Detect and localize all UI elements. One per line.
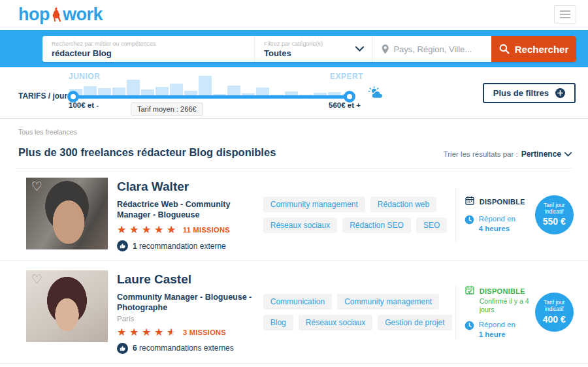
skill-tag[interactable]: Community management bbox=[337, 294, 439, 310]
daily-rate-value: 400 € bbox=[543, 314, 566, 325]
skill-tag[interactable]: SEO bbox=[416, 217, 447, 233]
skill-tag[interactable]: Blog bbox=[263, 315, 293, 330]
logo-text-hop: hop bbox=[18, 5, 50, 25]
recommendation-text: 1 recommandation externe bbox=[133, 242, 226, 251]
freelancer-photo[interactable]: ♡ bbox=[26, 270, 108, 342]
skill-tag[interactable]: Réseaux sociaux bbox=[299, 315, 372, 330]
chevron-down-icon bbox=[564, 152, 572, 157]
star-rating: ★★★★★★★★★★ bbox=[117, 225, 177, 235]
availability-status: DISPONIBLE bbox=[480, 197, 525, 206]
hamburger-menu-icon[interactable] bbox=[554, 5, 576, 24]
category-select[interactable]: Filtrez par catégorie(s) Toutes bbox=[255, 36, 372, 62]
missions-count: 11 MISSIONS bbox=[183, 226, 230, 234]
clock-icon bbox=[465, 321, 474, 340]
star-icon: ★★ bbox=[167, 225, 177, 235]
sort-value: Pertinence bbox=[521, 150, 561, 159]
histogram-bar bbox=[155, 87, 169, 95]
skill-tag[interactable]: Community management bbox=[263, 197, 365, 212]
availability-status: DISPONIBLE bbox=[480, 286, 525, 295]
star-icon: ★★ bbox=[129, 327, 140, 338]
tariff-filter-bar: TARIFS / jour JUNIOR EXPERT 100€ et - 56… bbox=[0, 67, 588, 119]
thumbs-up-icon bbox=[117, 240, 128, 251]
favorite-heart-icon[interactable]: ♡ bbox=[31, 179, 42, 194]
tariff-average-tooltip: Tarif moyen : 266€ bbox=[131, 103, 203, 116]
histogram-bar bbox=[256, 88, 269, 95]
location-field[interactable] bbox=[372, 36, 491, 62]
tariff-histogram bbox=[69, 75, 357, 95]
skill-tags: Community managementRédaction webRéseaux… bbox=[263, 197, 455, 233]
star-icon: ★★ bbox=[142, 225, 152, 235]
calendar-icon bbox=[465, 195, 475, 208]
page-title: Plus de 300 freelances rédacteur Blog di… bbox=[18, 146, 276, 159]
tariff-min-label: 100€ et - bbox=[69, 101, 99, 109]
search-button-label: Rechercher bbox=[515, 44, 569, 55]
more-filters-label: Plus de filtres bbox=[493, 88, 549, 98]
chevron-down-icon bbox=[355, 46, 364, 52]
tariff-max-label: 560€ et + bbox=[329, 101, 361, 109]
daily-rate-badge[interactable]: Tarif jour indicatif 550 € bbox=[535, 195, 574, 234]
sun-cloud-icon bbox=[367, 86, 387, 103]
histogram-bar bbox=[227, 86, 240, 95]
daily-rate-badge[interactable]: Tarif jour indicatif 400 € bbox=[535, 293, 574, 332]
search-panel: Recherchez par métier ou compétences Fil… bbox=[42, 36, 576, 62]
skill-tag[interactable]: Communication bbox=[263, 294, 332, 310]
freelancer-name[interactable]: Clara Walter bbox=[117, 180, 258, 194]
skill-tags: CommunicationCommunity managementBlogRés… bbox=[263, 294, 455, 330]
results-header: Plus de 300 freelances rédacteur Blog di… bbox=[18, 146, 572, 159]
histogram-bar bbox=[98, 88, 111, 95]
histogram-bar bbox=[170, 84, 183, 95]
freelancer-name[interactable]: Laure Castel bbox=[117, 272, 258, 287]
category-label: Filtrez par catégorie(s) bbox=[264, 40, 363, 47]
freelancer-photo[interactable]: ♡ bbox=[26, 178, 108, 249]
freelancer-card[interactable]: ♡ Laure Castel Community Manager - Blogu… bbox=[0, 261, 588, 362]
kangaroo-logo-icon bbox=[50, 7, 62, 24]
tariff-label: TARIFS / jour bbox=[18, 91, 67, 101]
histogram-bar bbox=[127, 80, 140, 95]
clock-icon bbox=[465, 215, 474, 234]
map-pin-icon bbox=[382, 44, 389, 55]
skill-tag[interactable]: Réseaux sociaux bbox=[263, 217, 337, 233]
sort-label: Trier les résultats par : bbox=[444, 150, 518, 158]
freelancer-card[interactable]: ♡ Karine Pigeonnel bbox=[0, 363, 588, 367]
star-icon: ★★ bbox=[154, 225, 165, 235]
skill-tag[interactable]: Gestion de projet bbox=[378, 315, 451, 330]
star-icon: ★★ bbox=[129, 225, 140, 235]
sort-dropdown[interactable]: Trier les résultats par : Pertinence bbox=[444, 150, 572, 159]
more-filters-button[interactable]: Plus de filtres bbox=[483, 83, 576, 103]
skill-tag[interactable]: Rédaction web bbox=[370, 197, 436, 212]
keyword-input[interactable] bbox=[52, 48, 245, 58]
histogram-bar bbox=[141, 89, 154, 95]
response-time: Répond en1 heure bbox=[479, 320, 515, 340]
missions-count: 3 MISSIONS bbox=[183, 328, 226, 336]
freelancer-title: Community Manager - Blogueuse - Photogra… bbox=[117, 293, 258, 313]
search-band: Recherchez par métier ou compétences Fil… bbox=[0, 30, 588, 67]
skill-tag[interactable]: Rédaction SEO bbox=[342, 217, 411, 233]
search-button[interactable]: Rechercher bbox=[491, 36, 576, 62]
tariff-slider-track[interactable] bbox=[70, 95, 353, 99]
histogram-bar bbox=[199, 76, 212, 95]
search-icon bbox=[499, 44, 510, 54]
availability-block: DISPONIBLE Confirmé il y a 4 jours Répon… bbox=[456, 285, 535, 340]
plus-circle-icon bbox=[555, 88, 565, 98]
thumbs-up-icon bbox=[117, 343, 128, 354]
favorite-heart-icon[interactable]: ♡ bbox=[31, 272, 42, 287]
star-rating: ★★★★★★★★★★ bbox=[117, 327, 177, 338]
freelancer-info: Laure Castel Community Manager - Blogueu… bbox=[117, 270, 258, 353]
keyword-field[interactable]: Recherchez par métier ou compétences bbox=[42, 36, 255, 62]
availability-note: Confirmé il y a 4 jours bbox=[480, 297, 535, 314]
hopwork-logo[interactable]: hop work bbox=[18, 5, 103, 25]
histogram-bar bbox=[112, 88, 125, 95]
freelancer-location: Paris bbox=[117, 315, 258, 323]
keyword-label: Recherchez par métier ou compétences bbox=[52, 40, 245, 47]
calendar-check-icon bbox=[465, 285, 475, 314]
recommendation-text: 6 recommandations externes bbox=[133, 343, 234, 353]
breadcrumb[interactable]: Tous les freelances bbox=[18, 128, 588, 136]
top-bar: hop work bbox=[0, 0, 588, 30]
response-time: Répond en4 heures bbox=[479, 214, 515, 234]
star-icon: ★★ bbox=[142, 327, 152, 338]
location-input[interactable] bbox=[393, 44, 482, 54]
star-icon: ★★ bbox=[154, 327, 165, 338]
freelancer-card[interactable]: ♡ Clara Walter Rédactrice Web - Communit… bbox=[0, 168, 588, 261]
freelancer-title: Rédactrice Web - Community Manager - Blo… bbox=[117, 200, 258, 220]
star-icon: ★★ bbox=[167, 327, 177, 338]
